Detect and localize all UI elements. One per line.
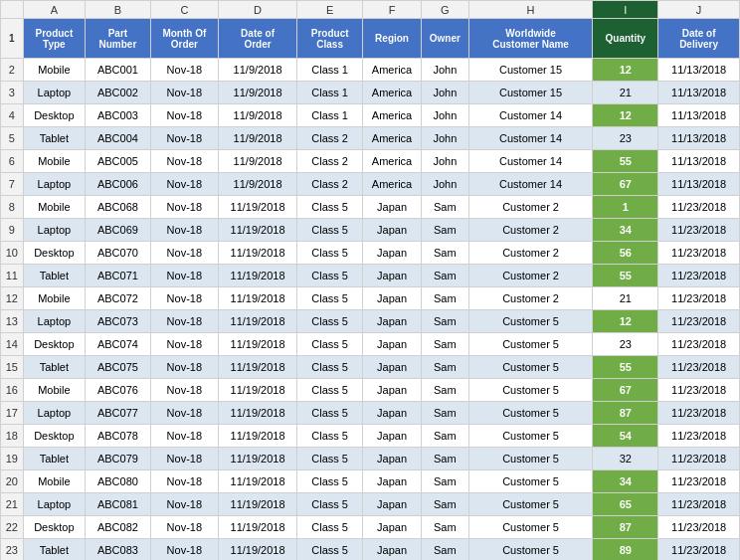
cell-product-type: Mobile — [23, 287, 85, 310]
table-row: 4DesktopABC003Nov-1811/9/2018Class 1Amer… — [1, 104, 740, 127]
cell-product-type: Mobile — [23, 196, 85, 219]
cell-date-of-delivery: 11/13/2018 — [658, 127, 740, 150]
cell-customer-name: Customer 5 — [468, 448, 593, 470]
cell-region: Japan — [363, 493, 422, 516]
cell-region: Japan — [363, 470, 422, 493]
cell-product-type: Desktop — [23, 425, 85, 448]
cell-owner: Sam — [422, 539, 469, 561]
cell-customer-name: Customer 14 — [468, 173, 593, 196]
cell-date-of-order: 11/19/2018 — [218, 425, 296, 448]
col-letter-f: F — [363, 1, 422, 19]
cell-date-of-delivery: 11/23/2018 — [658, 448, 740, 470]
header-part-number: PartNumber — [86, 19, 151, 59]
cell-owner: John — [422, 104, 469, 127]
table-row: 13LaptopABC073Nov-1811/19/2018Class 5Jap… — [1, 310, 740, 333]
col-letter-e: E — [297, 1, 363, 19]
cell-quantity: 12 — [593, 59, 658, 82]
cell-region: Japan — [363, 287, 422, 310]
cell-product-class: Class 5 — [297, 219, 363, 242]
row-number: 3 — [1, 82, 24, 104]
cell-owner: Sam — [422, 356, 469, 379]
cell-quantity: 65 — [593, 493, 658, 516]
cell-owner: Sam — [422, 470, 469, 493]
cell-product-class: Class 2 — [297, 150, 363, 173]
cell-owner: Sam — [422, 379, 469, 402]
cell-owner: Sam — [422, 219, 469, 242]
cell-date-of-delivery: 11/13/2018 — [658, 150, 740, 173]
cell-product-class: Class 5 — [297, 333, 363, 356]
cell-owner: John — [422, 173, 469, 196]
cell-month-of-order: Nov-18 — [150, 104, 218, 127]
cell-part-number: ABC082 — [86, 516, 151, 539]
cell-customer-name: Customer 2 — [468, 287, 593, 310]
cell-region: America — [363, 150, 422, 173]
cell-product-type: Mobile — [23, 150, 85, 173]
header-product-type: ProductType — [23, 19, 85, 59]
cell-product-type: Tablet — [23, 265, 85, 287]
cell-part-number: ABC006 — [86, 173, 151, 196]
cell-customer-name: Customer 5 — [468, 425, 593, 448]
cell-date-of-order: 11/19/2018 — [218, 356, 296, 379]
table-row: 9LaptopABC069Nov-1811/19/2018Class 5Japa… — [1, 219, 740, 242]
cell-part-number: ABC071 — [86, 265, 151, 287]
row-number: 2 — [1, 59, 24, 82]
cell-date-of-order: 11/19/2018 — [218, 493, 296, 516]
cell-owner: Sam — [422, 448, 469, 470]
cell-customer-name: Customer 14 — [468, 150, 593, 173]
cell-quantity: 12 — [593, 310, 658, 333]
cell-date-of-delivery: 11/23/2018 — [658, 539, 740, 561]
cell-date-of-delivery: 11/23/2018 — [658, 287, 740, 310]
cell-product-type: Tablet — [23, 356, 85, 379]
cell-owner: Sam — [422, 493, 469, 516]
cell-month-of-order: Nov-18 — [150, 59, 218, 82]
cell-customer-name: Customer 5 — [468, 539, 593, 561]
cell-customer-name: Customer 15 — [468, 82, 593, 104]
cell-region: America — [363, 127, 422, 150]
row-number: 15 — [1, 356, 24, 379]
cell-quantity: 21 — [593, 287, 658, 310]
row-number: 9 — [1, 219, 24, 242]
cell-product-type: Mobile — [23, 379, 85, 402]
spreadsheet: A B C D E F G H I J 1 ProductType PartNu… — [0, 0, 740, 560]
table-row: 11TabletABC071Nov-1811/19/2018Class 5Jap… — [1, 265, 740, 287]
corner-cell — [1, 1, 24, 19]
cell-customer-name: Customer 5 — [468, 333, 593, 356]
cell-part-number: ABC002 — [86, 82, 151, 104]
cell-quantity: 56 — [593, 242, 658, 265]
cell-date-of-order: 11/19/2018 — [218, 310, 296, 333]
header-month-of-order: Month OfOrder — [150, 19, 218, 59]
cell-customer-name: Customer 5 — [468, 402, 593, 425]
table-row: 7LaptopABC006Nov-1811/9/2018Class 2Ameri… — [1, 173, 740, 196]
col-letter-a: A — [23, 1, 85, 19]
cell-month-of-order: Nov-18 — [150, 287, 218, 310]
row-number: 7 — [1, 173, 24, 196]
cell-product-class: Class 5 — [297, 356, 363, 379]
table-row: 6MobileABC005Nov-1811/9/2018Class 2Ameri… — [1, 150, 740, 173]
cell-region: Japan — [363, 219, 422, 242]
cell-product-class: Class 2 — [297, 127, 363, 150]
cell-month-of-order: Nov-18 — [150, 265, 218, 287]
cell-quantity: 23 — [593, 127, 658, 150]
cell-product-class: Class 2 — [297, 173, 363, 196]
cell-product-type: Laptop — [23, 173, 85, 196]
cell-product-class: Class 5 — [297, 310, 363, 333]
cell-date-of-order: 11/19/2018 — [218, 402, 296, 425]
cell-date-of-order: 11/19/2018 — [218, 265, 296, 287]
header-owner: Owner — [422, 19, 469, 59]
cell-owner: Sam — [422, 310, 469, 333]
header-customer-name: WorldwideCustomer Name — [468, 19, 593, 59]
cell-region: America — [363, 173, 422, 196]
cell-part-number: ABC080 — [86, 470, 151, 493]
cell-product-class: Class 5 — [297, 448, 363, 470]
cell-customer-name: Customer 5 — [468, 356, 593, 379]
cell-date-of-order: 11/9/2018 — [218, 104, 296, 127]
cell-month-of-order: Nov-18 — [150, 425, 218, 448]
cell-owner: Sam — [422, 196, 469, 219]
row-number: 18 — [1, 425, 24, 448]
table-row: 5TabletABC004Nov-1811/9/2018Class 2Ameri… — [1, 127, 740, 150]
cell-date-of-order: 11/9/2018 — [218, 150, 296, 173]
cell-region: Japan — [363, 310, 422, 333]
cell-owner: Sam — [422, 425, 469, 448]
cell-part-number: ABC068 — [86, 196, 151, 219]
cell-part-number: ABC001 — [86, 59, 151, 82]
